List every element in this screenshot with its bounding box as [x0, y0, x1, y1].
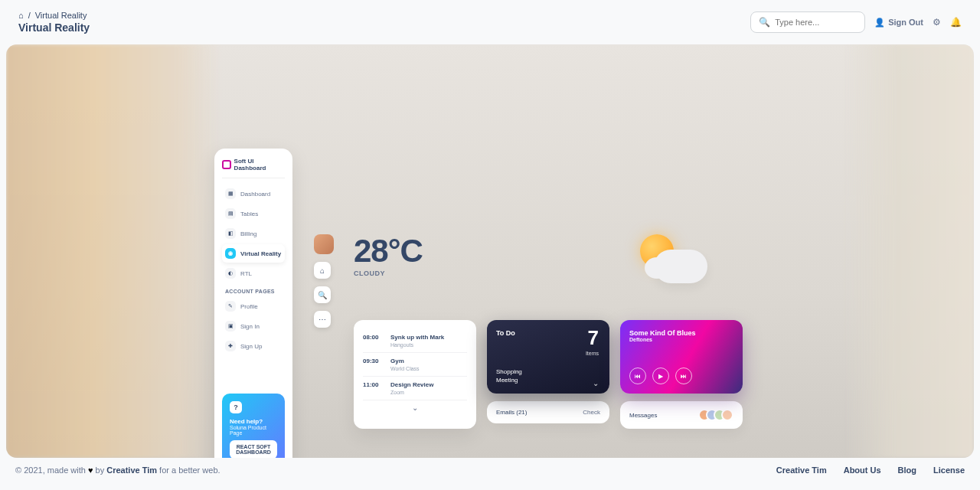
music-prev-button[interactable]: ⏮	[629, 368, 646, 384]
sidebar-brand[interactable]: Soft UI Dashboard	[222, 158, 285, 178]
sidebar-item-rtl[interactable]: ◐RTL	[222, 264, 285, 283]
avatar[interactable]	[721, 409, 733, 421]
header-right: 🔍 👤 Sign Out ⚙ 🔔	[750, 11, 962, 33]
billing-icon: ◧	[225, 228, 236, 239]
music-column: Some Kind Of Blues Deftones ⏮ ▶ ⏭ Messag…	[620, 320, 743, 429]
todo-expand[interactable]: ⌄	[593, 379, 599, 387]
vr-icon: ◉	[225, 248, 236, 259]
chevron-down-icon: ⌄	[412, 403, 418, 412]
footer-link[interactable]: About Us	[844, 466, 881, 475]
emails-check-link[interactable]: Check	[583, 409, 600, 416]
schedule-sub: World Class	[390, 366, 420, 371]
search-box[interactable]: 🔍	[750, 11, 865, 33]
signin-icon: ▣	[225, 321, 236, 332]
todo-count-label: Items	[586, 351, 599, 356]
todo-title: To Do	[496, 329, 600, 337]
header-left: ⌂ / Virtual Reality Virtual Reality	[18, 11, 90, 34]
footer-link[interactable]: License	[933, 466, 965, 475]
footer-text: © 2021, made with	[15, 466, 88, 475]
help-title: Need help?	[230, 418, 277, 425]
sidebar-item-virtual-reality[interactable]: ◉Virtual Reality	[222, 244, 285, 263]
mini-more-button[interactable]: ⋯	[314, 311, 331, 328]
footer: © 2021, made with ♥ by Creative Tim for …	[0, 458, 980, 475]
tables-icon: ▤	[225, 208, 236, 219]
footer-copy: © 2021, made with ♥ by Creative Tim for …	[15, 466, 220, 475]
sidebar-item-signup[interactable]: ✚Sign Up	[222, 337, 285, 355]
vr-stage: Soft UI Dashboard ▦Dashboard ▤Tables ◧Bi…	[6, 44, 974, 458]
sidebar-section-account: ACCOUNT PAGES	[225, 289, 285, 294]
sidebar-item-dashboard[interactable]: ▦Dashboard	[222, 185, 285, 203]
sidebar-item-signin[interactable]: ▣Sign In	[222, 317, 285, 335]
gear-icon[interactable]: ⚙	[933, 17, 941, 28]
mini-search-button[interactable]: 🔍	[314, 286, 331, 303]
todo-card[interactable]: To Do 7 Items Shopping Meeting ⌄	[487, 320, 609, 394]
music-card: Some Kind Of Blues Deftones ⏮ ▶ ⏭	[620, 320, 743, 394]
footer-author-link[interactable]: Creative Tim	[106, 466, 157, 475]
signout-link[interactable]: 👤 Sign Out	[874, 18, 923, 28]
schedule-sub: Hangouts	[390, 342, 444, 348]
ellipsis-icon: ⋯	[318, 315, 326, 324]
music-next-button[interactable]: ⏭	[675, 368, 692, 384]
weather-desc: CLOUDY	[354, 270, 423, 277]
signout-label: Sign Out	[888, 18, 923, 27]
schedule-title: Gym	[390, 358, 420, 364]
emails-label: Emails (21)	[496, 409, 527, 416]
messages-label: Messages	[629, 412, 657, 419]
schedule-card: 08:00 Synk up with Mark Hangouts 09:30 G…	[354, 320, 476, 429]
todo-line: Meeting	[496, 376, 522, 384]
prev-icon: ⏮	[635, 373, 641, 380]
schedule-expand[interactable]: ⌄	[363, 400, 467, 415]
breadcrumb-sep: /	[28, 11, 31, 20]
music-title: Some Kind Of Blues	[629, 329, 733, 337]
bell-icon[interactable]: 🔔	[950, 17, 962, 28]
mini-home-button[interactable]: ⌂	[314, 262, 331, 279]
footer-link[interactable]: Creative Tim	[776, 466, 827, 475]
schedule-row[interactable]: 11:00 Design Review Zoom	[363, 377, 467, 400]
sidebar-item-tables[interactable]: ▤Tables	[222, 204, 285, 223]
sidebar-item-profile[interactable]: ✎Profile	[222, 297, 285, 315]
messages-card[interactable]: Messages	[620, 401, 743, 429]
breadcrumb-current: Virtual Reality	[35, 11, 87, 20]
brand-label: Soft UI Dashboard	[234, 158, 285, 172]
play-icon: ▶	[658, 373, 663, 380]
home-icon: ⌂	[320, 266, 325, 275]
weather-icon	[634, 231, 703, 285]
schedule-row[interactable]: 09:30 Gym World Class	[363, 353, 467, 377]
user-icon: 👤	[874, 18, 885, 28]
search-icon: 🔍	[759, 17, 770, 28]
search-icon: 🔍	[318, 291, 327, 299]
sidebar-item-label: Tables	[240, 211, 258, 217]
signup-icon: ✚	[225, 341, 236, 351]
emails-card[interactable]: Emails (21) Check	[487, 401, 609, 423]
next-icon: ⏭	[681, 373, 687, 380]
footer-links: Creative Tim About Us Blog License	[776, 466, 965, 475]
music-artist: Deftones	[629, 337, 733, 342]
footer-link[interactable]: Blog	[898, 466, 916, 475]
sidebar-item-label: Sign In	[240, 323, 260, 330]
footer-text: for a better web.	[157, 466, 220, 475]
music-controls: ⏮ ▶ ⏭	[629, 368, 692, 384]
sidebar-item-label: Virtual Reality	[240, 250, 281, 257]
page-title: Virtual Reality	[18, 21, 90, 34]
messages-avatars	[698, 409, 733, 421]
schedule-title: Synk up with Mark	[390, 334, 444, 341]
todo-column: To Do 7 Items Shopping Meeting ⌄ Emails …	[487, 320, 609, 429]
mini-actions: ⌂ 🔍 ⋯	[314, 234, 334, 328]
todo-count: 7	[588, 326, 599, 350]
cards-row: 08:00 Synk up with Mark Hangouts 09:30 G…	[354, 320, 743, 429]
help-button[interactable]: REACT SOFT DASHBOARD	[230, 440, 277, 458]
help-card: ? Need help? Soluna Product Page REACT S…	[222, 394, 285, 458]
home-icon[interactable]: ⌂	[18, 11, 24, 20]
sidebar-item-label: Billing	[240, 230, 256, 237]
sidebar-item-label: RTL	[240, 270, 252, 277]
sidebar-item-label: Sign Up	[240, 343, 262, 350]
help-subtitle: Soluna Product Page	[230, 425, 277, 436]
logo-icon	[222, 160, 231, 169]
schedule-row[interactable]: 08:00 Synk up with Mark Hangouts	[363, 329, 467, 353]
search-input[interactable]	[775, 18, 857, 27]
avatar[interactable]	[314, 234, 334, 254]
schedule-sub: Zoom	[390, 390, 433, 395]
sidebar-item-billing[interactable]: ◧Billing	[222, 224, 285, 243]
music-play-button[interactable]: ▶	[652, 368, 669, 384]
cloud-icon	[654, 250, 707, 283]
